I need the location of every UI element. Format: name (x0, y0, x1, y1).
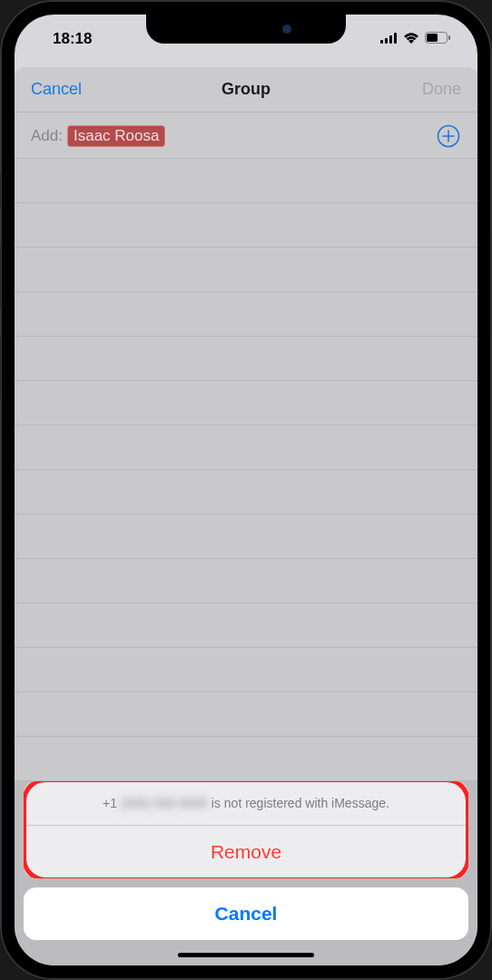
list-row (15, 248, 477, 292)
list-row (15, 159, 477, 203)
add-contact-row[interactable]: Add: Isaac Roosa (15, 113, 477, 159)
message-suffix: is not registered with iMessage. (212, 796, 389, 810)
contact-chip[interactable]: Isaac Roosa (68, 126, 165, 146)
svg-rect-2 (389, 35, 392, 44)
notch (146, 15, 346, 44)
list-row (15, 737, 477, 781)
phone-frame: 18:18 Cancel Group Done Add: (0, 0, 492, 980)
phone-prefix: +1 (103, 796, 117, 810)
svg-rect-0 (380, 40, 383, 44)
svg-rect-6 (448, 35, 450, 40)
add-contact-button[interactable] (436, 123, 461, 149)
volume-up-button[interactable] (0, 245, 1, 309)
plus-circle-icon (437, 124, 460, 148)
add-label: Add: (31, 127, 63, 145)
action-sheet-cancel-button[interactable]: Cancel (24, 887, 468, 940)
list-row (15, 559, 477, 603)
list-row (15, 337, 477, 381)
list-row (15, 603, 477, 648)
contact-list-area (15, 159, 477, 781)
volume-down-button[interactable] (0, 336, 1, 399)
cancel-button[interactable]: Cancel (31, 80, 94, 99)
wifi-icon (403, 31, 419, 47)
list-row (15, 470, 477, 514)
home-indicator[interactable] (178, 953, 314, 957)
svg-rect-1 (385, 38, 388, 44)
screen: 18:18 Cancel Group Done Add: (15, 15, 477, 965)
list-row (15, 648, 477, 692)
svg-rect-3 (394, 33, 397, 44)
side-buttons-left (0, 172, 1, 426)
list-row (15, 514, 477, 559)
action-sheet-group: +1 (888) 888-8888 is not registered with… (24, 781, 468, 878)
list-row (15, 692, 477, 737)
list-row (15, 292, 477, 337)
list-row (15, 426, 477, 470)
action-sheet: +1 (888) 888-8888 is not registered with… (15, 781, 477, 965)
done-button[interactable]: Done (398, 80, 461, 99)
page-title: Group (221, 80, 271, 99)
status-icons (380, 25, 450, 47)
mute-switch[interactable] (0, 172, 1, 209)
list-row (15, 203, 477, 248)
remove-button[interactable]: Remove (24, 826, 468, 878)
phone-number-redacted: (888) 888-8888 (121, 796, 208, 810)
battery-icon (425, 31, 450, 47)
list-row (15, 381, 477, 426)
nav-bar: Cancel Group Done (15, 67, 477, 113)
status-time: 18:18 (42, 24, 92, 48)
camera-sensor (282, 24, 291, 34)
modal-sheet: Cancel Group Done Add: Isaac Roosa (15, 67, 477, 965)
action-sheet-message: +1 (888) 888-8888 is not registered with… (24, 781, 468, 826)
svg-rect-5 (427, 34, 438, 42)
cellular-icon (380, 31, 398, 47)
